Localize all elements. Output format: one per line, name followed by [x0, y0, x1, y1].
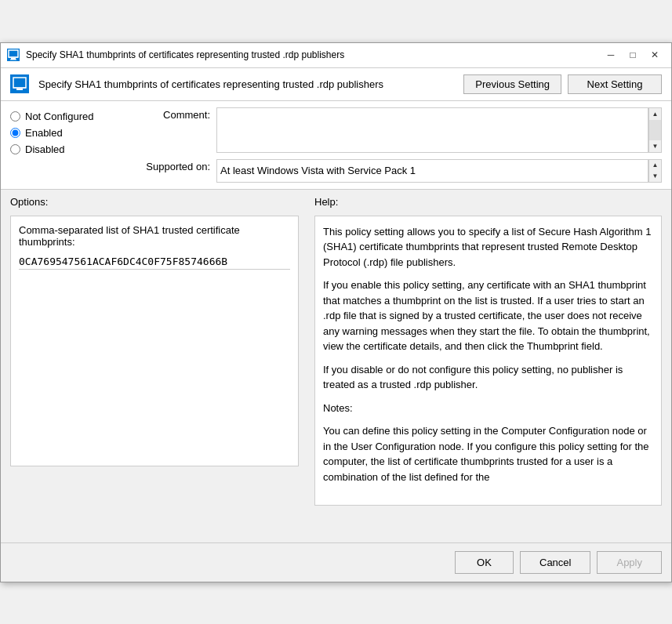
comment-field-wrapper: ▲ ▼ [216, 107, 662, 153]
help-para-4: Notes: [323, 401, 653, 416]
top-section: Not Configured Enabled Disabled Comment:… [1, 101, 671, 190]
disabled-label: Disabled [25, 143, 65, 155]
ok-button[interactable]: OK [455, 551, 514, 574]
not-configured-option[interactable]: Not Configured [10, 111, 132, 122]
supported-field-wrapper: At least Windows Vista with Service Pack… [216, 159, 662, 183]
title-bar: Specify SHA1 thumbprints of certificates… [1, 43, 671, 68]
not-configured-radio[interactable] [10, 111, 20, 122]
header-icon [10, 74, 29, 93]
svg-rect-4 [13, 78, 26, 88]
help-title: Help: [314, 196, 662, 208]
footer: OK Cancel Apply [1, 542, 671, 582]
enabled-option[interactable]: Enabled [10, 127, 132, 139]
help-para-2: If you enable this policy setting, any c… [323, 278, 653, 354]
help-para-5: You can define this policy setting in th… [323, 423, 653, 484]
scroll-groove [649, 120, 661, 140]
app-icon [7, 49, 20, 61]
disabled-radio[interactable] [10, 144, 20, 154]
svg-rect-0 [9, 50, 18, 57]
help-panel: Help: This policy setting allows you to … [308, 196, 662, 536]
thumbprint-input[interactable] [19, 254, 290, 270]
help-para-3: If you disable or do not configure this … [323, 362, 653, 393]
navigation-buttons: Previous Setting Next Setting [463, 74, 662, 94]
supported-label: Supported on: [132, 159, 210, 172]
options-box-label: Comma-separated list of SHA1 trusted cer… [19, 224, 290, 248]
comment-label: Comment: [132, 107, 210, 121]
help-box[interactable]: This policy setting allows you to specif… [314, 216, 662, 506]
right-fields: Comment: ▲ ▼ Supported on: At least Wind… [132, 107, 662, 183]
options-box: Comma-separated list of SHA1 trusted cer… [10, 216, 299, 466]
comment-row: Comment: ▲ ▼ [132, 107, 662, 153]
maximize-button[interactable]: □ [623, 47, 643, 63]
supported-value: At least Windows Vista with Service Pack… [216, 159, 648, 183]
close-button[interactable]: ✕ [645, 47, 665, 63]
disabled-option[interactable]: Disabled [10, 143, 132, 155]
supported-scrollbar: ▲ ▼ [648, 159, 662, 183]
window-title: Specify SHA1 thumbprints of certificates… [26, 49, 594, 60]
scroll-down-arrow[interactable]: ▼ [649, 140, 661, 152]
options-panel: Options: Comma-separated list of SHA1 tr… [10, 196, 308, 536]
previous-setting-button[interactable]: Previous Setting [463, 74, 561, 94]
apply-button[interactable]: Apply [597, 551, 662, 574]
supported-row: Supported on: At least Windows Vista wit… [132, 159, 662, 183]
help-para-1: This policy setting allows you to specif… [323, 224, 653, 270]
window-controls: ─ □ ✕ [601, 47, 665, 63]
header-bar: Specify SHA1 thumbprints of certificates… [1, 68, 671, 101]
main-section: Options: Comma-separated list of SHA1 tr… [1, 190, 671, 542]
cancel-button[interactable]: Cancel [520, 551, 590, 574]
main-window: Specify SHA1 thumbprints of certificates… [0, 42, 672, 582]
minimize-button[interactable]: ─ [601, 47, 621, 63]
not-configured-label: Not Configured [25, 111, 93, 122]
radio-group: Not Configured Enabled Disabled [10, 107, 132, 183]
options-title: Options: [10, 196, 299, 208]
next-setting-button[interactable]: Next Setting [568, 74, 662, 94]
comment-textarea[interactable] [216, 107, 648, 153]
header-title: Specify SHA1 thumbprints of certificates… [38, 78, 454, 90]
enabled-label: Enabled [25, 127, 63, 139]
enabled-radio[interactable] [10, 128, 20, 138]
supported-scroll-up[interactable]: ▲ [649, 160, 661, 171]
scroll-up-arrow[interactable]: ▲ [649, 108, 661, 120]
comment-scrollbar: ▲ ▼ [648, 107, 662, 153]
supported-scroll-down[interactable]: ▼ [649, 171, 661, 182]
svg-rect-6 [16, 89, 23, 90]
